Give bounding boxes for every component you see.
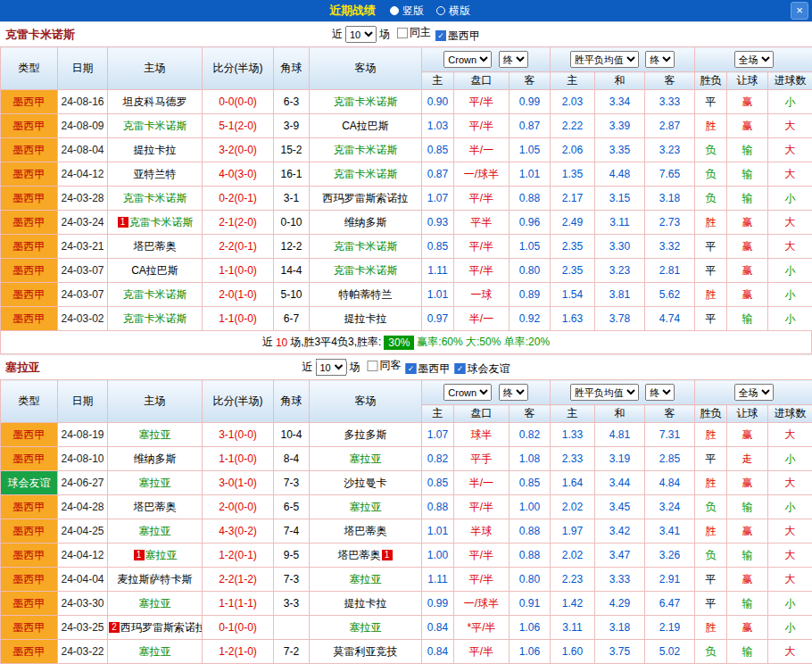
date-cell: 24-03-24 (58, 211, 108, 235)
handicap-cell: 半/一 (454, 307, 510, 331)
filter-球会友谊[interactable]: ✓球会友谊 (455, 361, 510, 377)
match-row: 墨西甲24-08-10维纳多斯1-1(0-0)8-4塞拉亚0.82平手1.082… (1, 447, 812, 471)
home-team-cell: 亚特兰特 (108, 162, 203, 187)
filter-controls: 近 10 场 同客✓墨西甲✓球会友谊 (302, 358, 510, 377)
avg-lose-cell: 2.19 (645, 616, 695, 640)
corner-cell: 7-3 (274, 471, 310, 495)
radio-vertical-dot[interactable] (390, 6, 399, 15)
away-team-cell: 塔巴蒂奥1 (310, 544, 422, 568)
away-odds-cell: 0.92 (510, 307, 551, 331)
home-team-cell: 塞拉亚 (108, 423, 203, 447)
score-cell: 2-2(0-1) (203, 235, 274, 259)
home-team-cell: 1克雷卡米诺斯 (108, 211, 203, 235)
goals-result-cell: 大 (768, 568, 812, 592)
away-team-cell: 沙拉曼卡 (310, 471, 422, 495)
company-select[interactable]: Crown (443, 51, 492, 68)
close-button[interactable]: × (791, 2, 808, 20)
checkbox-unchecked[interactable] (368, 361, 378, 371)
filter-同客[interactable]: 同客 (368, 358, 402, 373)
match-row: 墨西甲24-04-121塞拉亚1-2(0-1)9-5塔巴蒂奥11.00平/半0.… (1, 544, 812, 568)
team-name: 塞拉亚 (350, 452, 382, 465)
avg-select[interactable]: 胜平负均值 (570, 384, 639, 401)
radio-horizontal[interactable]: 横版 (436, 4, 470, 19)
result-cell: 胜 (695, 519, 727, 544)
away-team-cell: 提拉卡拉 (310, 592, 422, 616)
handicap-result-cell: 输 (727, 592, 768, 616)
col-away: 客场 (310, 47, 422, 90)
home-odds-cell: 0.97 (422, 307, 454, 331)
filter-controls: 近 10 场 同主✓墨西甲 (332, 25, 480, 44)
result-cell: 负 (695, 495, 727, 519)
match-row: 墨西甲24-03-02克雷卡米诺斯1-1(0-0)6-7提拉卡拉0.97半/一0… (1, 307, 812, 331)
filter-同主[interactable]: 同主 (397, 25, 431, 40)
team-name: 提拉卡拉 (344, 597, 387, 610)
league-cell: 墨西甲 (1, 162, 58, 187)
handicap-result-cell: 赢 (727, 471, 768, 495)
avg-draw-cell: 4.81 (595, 423, 645, 447)
result-cell: 负 (695, 640, 727, 664)
scope-select[interactable]: 全场 (734, 384, 774, 401)
avg-stage-select[interactable]: 终 (645, 51, 675, 68)
handicap-cell: 平手 (454, 447, 510, 471)
filter-墨西甲[interactable]: ✓墨西甲 (435, 29, 480, 44)
handicap-result-cell: 赢 (727, 259, 768, 283)
goals-result-cell: 大 (768, 544, 812, 568)
avg-select[interactable]: 胜平负均值 (570, 51, 639, 68)
result-cell: 负 (695, 544, 727, 568)
handicap-cell: 平/半 (454, 114, 510, 138)
home-team-cell: 克雷卡米诺斯 (108, 307, 203, 331)
odds-stage-select[interactable]: 终 (499, 51, 528, 68)
filter-墨西甲[interactable]: ✓墨西甲 (406, 361, 451, 377)
scope-select[interactable]: 全场 (734, 51, 774, 68)
avg-lose-cell: 3.18 (645, 187, 695, 211)
avg-lose-cell: 2.73 (645, 211, 695, 235)
avg-draw-cell: 3.30 (595, 235, 645, 259)
away-team-cell: 克雷卡米诺斯 (310, 138, 422, 162)
col-goals-result: 进球数 (768, 405, 812, 423)
team-name: 塞拉亚 (145, 549, 178, 561)
goals-result-cell: 大 (768, 211, 812, 235)
handicap-cell: 一球 (454, 283, 510, 307)
score-cell: 1-2(0-1) (203, 544, 274, 568)
odds-stage-select[interactable]: 终 (499, 384, 528, 401)
avg-win-cell: 2.23 (551, 568, 595, 592)
company-select[interactable]: Crown (443, 384, 492, 401)
corner-cell: 6-5 (274, 495, 310, 519)
match-row: 墨西甲24-03-22塞拉亚1-2(1-0)7-2莫雷利亚竞技0.84平/半1.… (1, 640, 812, 664)
checkbox-checked[interactable]: ✓ (455, 363, 466, 374)
avg-stage-select[interactable]: 终 (645, 384, 675, 401)
result-group-header: 全场 (695, 47, 812, 72)
away-team-cell: 克雷卡米诺斯 (310, 259, 422, 283)
team-name: 克雷卡米诺斯 (334, 95, 398, 108)
radio-vertical[interactable]: 竖版 (390, 4, 424, 19)
checkbox-checked[interactable]: ✓ (406, 363, 417, 374)
match-count-select[interactable]: 10 (345, 26, 377, 43)
handicap-result-cell: 赢 (727, 211, 768, 235)
away-team-cell: 克雷卡米诺斯 (310, 235, 422, 259)
col-result: 胜负 (695, 72, 727, 90)
avg-win-cell: 3.11 (551, 616, 595, 640)
summary-record: 场,胜3平4负3,胜率: (290, 335, 381, 350)
score-cell: 2-1(2-0) (203, 211, 274, 235)
match-count-select[interactable]: 10 (316, 359, 347, 376)
col-handicap: 盘口 (454, 72, 510, 90)
avg-draw-cell: 3.47 (595, 544, 645, 568)
corner-cell: 7-2 (274, 640, 310, 664)
team-name: CA拉巴斯 (131, 264, 178, 277)
team-name: 提拉卡拉 (344, 312, 387, 325)
league-cell: 墨西甲 (1, 114, 58, 138)
checkbox-checked[interactable]: ✓ (435, 30, 446, 41)
matches-table-1: 类型 日期 主场 比分(半场) 角球 客场 Crown 终 胜平负均值 终 全场… (0, 46, 812, 331)
goals-result-cell: 小 (768, 307, 812, 331)
match-row: 墨西甲24-03-241克雷卡米诺斯2-1(2-0)0-10维纳多斯0.93平半… (1, 211, 812, 235)
handicap-cell: 平/半 (454, 640, 510, 664)
away-odds-cell: 1.06 (510, 616, 551, 640)
avg-lose-cell: 5.62 (645, 283, 695, 307)
team-name: 塔巴蒂奥 (134, 240, 177, 253)
checkbox-unchecked[interactable] (397, 28, 408, 38)
goals-result-cell: 大 (768, 519, 812, 544)
avg-lose-cell: 2.87 (645, 114, 695, 138)
goals-result-cell: 大 (768, 162, 812, 187)
away-odds-cell: 0.99 (510, 90, 551, 114)
radio-horizontal-dot[interactable] (436, 6, 445, 15)
